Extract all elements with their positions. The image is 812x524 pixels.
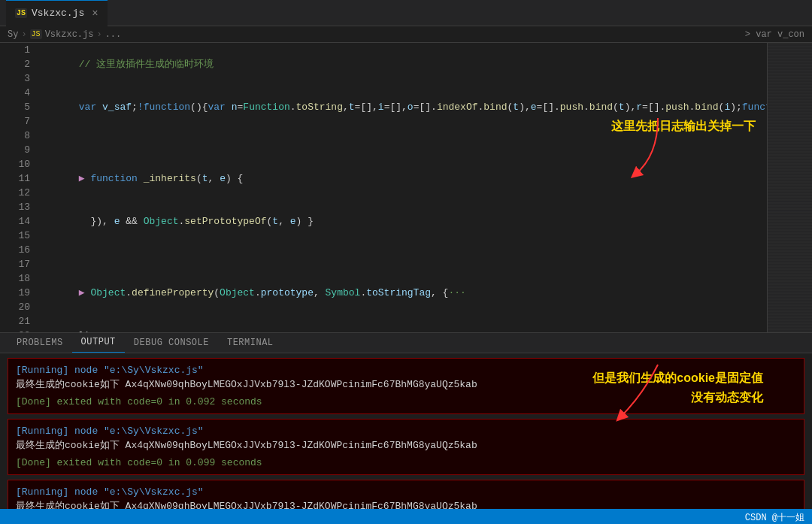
panel-tabs: PROBLEMS OUTPUT DEBUG CONSOLE TERMINAL — [0, 333, 812, 353]
tab-problems[interactable]: PROBLEMS — [8, 332, 72, 353]
output-cookie-1: 最终生成的cookie如下 Ax4qXNw09qhBoyLMEGOxJJVxb7… — [16, 377, 796, 392]
code-line-2: var v_saf;!function(){var n=Function.toS… — [44, 86, 767, 129]
code-line-6: }), e && Object.setPrototypeOf(t, e) } — [44, 200, 767, 243]
code-line-9: ▶ Object.defineProperty(Object.prototype… — [44, 271, 767, 314]
code-line-1: // 这里放插件生成的临时环境 — [44, 43, 767, 86]
tab-terminal[interactable]: TERMINAL — [218, 332, 283, 353]
breadcrumb-sy: Sy — [8, 29, 18, 40]
code-line-8 — [44, 257, 767, 271]
output-running-2: [Running] node "e:\Sy\Vskzxc.js" — [16, 424, 796, 438]
code-line-3 — [44, 129, 767, 143]
tab-close-icon[interactable]: × — [92, 8, 98, 20]
output-block-2: [Running] node "e:\Sy\Vskzxc.js" 最终生成的co… — [8, 419, 804, 475]
panel-content[interactable]: [Running] node "e:\Sy\Vskzxc.js" 最终生成的co… — [0, 353, 812, 509]
tab-output[interactable]: OUTPUT — [72, 332, 125, 353]
title-bar: JS Vskzxc.js × — [0, 0, 812, 26]
status-csdn: CSDN @十一姐 — [745, 511, 804, 524]
output-cookie-2: 最终生成的cookie如下 Ax4qXNw09qhBoyLMEGOxJJVxb7… — [16, 438, 796, 453]
tab-debug-console[interactable]: DEBUG CONSOLE — [125, 332, 218, 353]
breadcrumb-vskzxc: Vskzxc.js — [45, 29, 94, 40]
bottom-panel: PROBLEMS OUTPUT DEBUG CONSOLE TERMINAL [… — [0, 332, 812, 509]
output-done-1: [Done] exited with code=0 in 0.092 secon… — [16, 395, 796, 409]
code-line-7 — [44, 243, 767, 257]
code-line-5: ▶ function _inherits(t, e) { — [44, 157, 767, 200]
line-numbers: 1 2 3 4 5 7 8 9 10 11 12 13 14 15 16 17 … — [0, 43, 38, 332]
status-bar: CSDN @十一姐 — [0, 509, 812, 524]
output-block-1: [Running] node "e:\Sy\Vskzxc.js" 最终生成的co… — [8, 358, 804, 414]
output-running-3: [Running] node "e:\Sy\Vskzxc.js" — [16, 485, 796, 499]
editor-container: 1 2 3 4 5 7 8 9 10 11 12 13 14 15 16 17 … — [0, 43, 812, 332]
minimap — [767, 43, 812, 332]
code-line-10: }); — [44, 314, 767, 332]
output-done-2: [Done] exited with code=0 in 0.099 secon… — [16, 456, 796, 470]
minimap-label: > var v_con — [745, 29, 804, 40]
code-area[interactable]: // 这里放插件生成的临时环境 var v_saf;!function(){va… — [38, 43, 767, 332]
breadcrumb-js-icon: JS — [30, 29, 42, 39]
code-line-4 — [44, 143, 767, 157]
output-running-1: [Running] node "e:\Sy\Vskzxc.js" — [16, 363, 796, 377]
breadcrumb-dots: ... — [105, 29, 122, 40]
breadcrumb: Sy › JS Vskzxc.js › ... > var v_con — [0, 26, 812, 43]
js-icon: JS — [15, 8, 27, 18]
editor-tab[interactable]: JS Vskzxc.js × — [6, 0, 108, 26]
output-block-3: [Running] node "e:\Sy\Vskzxc.js" 最终生成的co… — [8, 480, 804, 509]
output-cookie-3: 最终生成的cookie如下 Ax4qXNw09qhBoyLMEGOxJJVxb7… — [16, 499, 796, 509]
tab-filename: Vskzxc.js — [32, 8, 84, 19]
